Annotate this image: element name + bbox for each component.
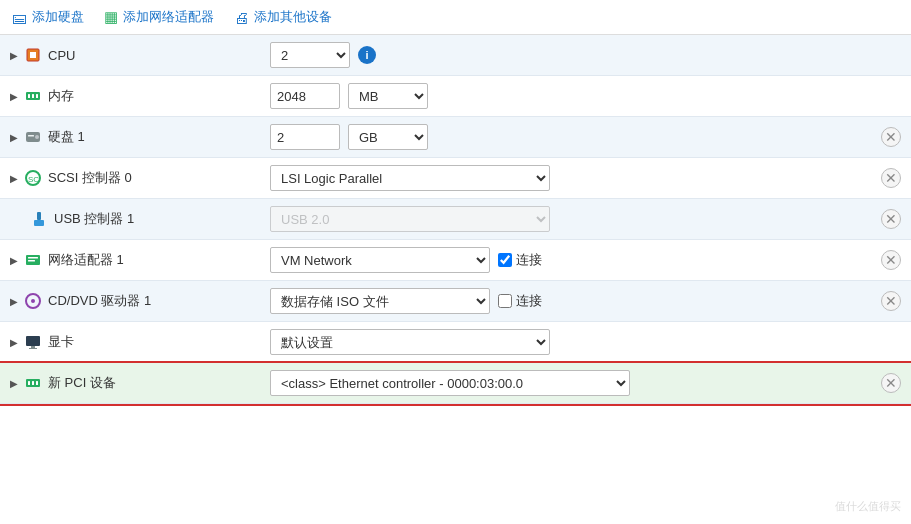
svg-text:SC: SC: [28, 175, 39, 184]
cddvd1-connect-checkbox[interactable]: [498, 294, 512, 308]
net1-remove-button[interactable]: ✕: [881, 250, 901, 270]
expand-arrow-cpu[interactable]: ▶: [10, 50, 18, 61]
expand-arrow-memory[interactable]: ▶: [10, 91, 18, 102]
display-icon: [24, 333, 42, 351]
row-remove-net1: ✕: [871, 240, 911, 281]
hdd1-remove-button[interactable]: ✕: [881, 127, 901, 147]
row-control-cddvd1: 数据存储 ISO 文件客户端设备主机设备连接: [260, 281, 871, 322]
cddvd1-connect-label[interactable]: 连接: [498, 292, 542, 310]
add-other-button[interactable]: 🖨 添加其他设备: [234, 8, 332, 26]
table-row: ▶内存MBGB: [0, 76, 911, 117]
row-control-usb1: USB 2.0USB 3.0: [260, 199, 871, 240]
expand-arrow-net1[interactable]: ▶: [10, 255, 18, 266]
net1-connect-text: 连接: [516, 251, 542, 269]
net1-connect-checkbox[interactable]: [498, 253, 512, 267]
row-control-net1: VM NetworkNATHost-onlyBridged连接: [260, 240, 871, 281]
row-control-display: 默认设置自定义: [260, 322, 871, 363]
row-control-scsi0: LSI Logic ParallelLSI Logic SASBusLogic: [260, 158, 871, 199]
table-row: ▶显卡默认设置自定义: [0, 322, 911, 363]
table-row: ▶新 PCI 设备<class> Ethernet controller - 0…: [0, 363, 911, 404]
row-label-net1: ▶网络适配器 1: [0, 240, 260, 281]
row-label-cpu: ▶CPU: [0, 35, 260, 76]
table-row: ▶硬盘 1MBGB✕: [0, 117, 911, 158]
row-remove-cddvd1: ✕: [871, 281, 911, 322]
hdd1-label: 硬盘 1: [48, 128, 85, 146]
svg-rect-8: [28, 135, 34, 137]
expand-arrow-cddvd1[interactable]: ▶: [10, 296, 18, 307]
svg-rect-23: [32, 381, 34, 385]
row-label-cddvd1: ▶CD/DVD 驱动器 1: [0, 281, 260, 322]
net1-icon: [24, 251, 42, 269]
row-remove-newpci: ✕: [871, 363, 911, 404]
row-label-usb1: USB 控制器 1: [0, 199, 260, 240]
hdd1-unit-select[interactable]: MBGB: [348, 124, 428, 150]
row-remove-display: [871, 322, 911, 363]
add-hdd-label: 添加硬盘: [32, 8, 84, 26]
cpu-info-icon[interactable]: i: [358, 46, 376, 64]
svg-rect-11: [37, 212, 41, 220]
net1-select[interactable]: VM NetworkNATHost-onlyBridged: [270, 247, 490, 273]
toolbar: 🖴 添加硬盘 ▦ 添加网络适配器 🖨 添加其他设备: [0, 0, 911, 35]
expand-arrow-newpci[interactable]: ▶: [10, 378, 18, 389]
memory-input[interactable]: [270, 83, 340, 109]
svg-rect-14: [28, 257, 38, 259]
add-hdd-button[interactable]: 🖴 添加硬盘: [12, 8, 84, 26]
expand-arrow-hdd1[interactable]: ▶: [10, 132, 18, 143]
svg-rect-3: [28, 94, 30, 98]
row-control-newpci: <class> Ethernet controller - 0000:03:00…: [260, 363, 871, 404]
other-toolbar-icon: 🖨: [234, 9, 249, 26]
net1-label: 网络适配器 1: [48, 251, 124, 269]
net1-connect-label[interactable]: 连接: [498, 251, 542, 269]
svg-rect-15: [28, 260, 35, 262]
cddvd1-label: CD/DVD 驱动器 1: [48, 292, 151, 310]
usb1-select[interactable]: USB 2.0USB 3.0: [270, 206, 550, 232]
expand-arrow-display[interactable]: ▶: [10, 337, 18, 348]
newpci-remove-button[interactable]: ✕: [881, 373, 901, 393]
cpu-label: CPU: [48, 48, 75, 63]
row-control-memory: MBGB: [260, 76, 871, 117]
cpu-select[interactable]: 1248: [270, 42, 350, 68]
hdd1-input[interactable]: [270, 124, 340, 150]
svg-rect-12: [34, 220, 44, 226]
cddvd1-icon: [24, 292, 42, 310]
add-net-label: 添加网络适配器: [123, 8, 214, 26]
svg-point-7: [35, 135, 39, 139]
table-row: ▶CPU1248i: [0, 35, 911, 76]
scsi0-select[interactable]: LSI Logic ParallelLSI Logic SASBusLogic: [270, 165, 550, 191]
scsi0-label: SCSI 控制器 0: [48, 169, 132, 187]
cddvd1-remove-button[interactable]: ✕: [881, 291, 901, 311]
expand-arrow-scsi0[interactable]: ▶: [10, 173, 18, 184]
hardware-table: ▶CPU1248i▶内存MBGB▶硬盘 1MBGB✕▶SCSCSI 控制器 0L…: [0, 35, 911, 404]
row-remove-usb1: ✕: [871, 199, 911, 240]
watermark: 值什么值得买: [835, 499, 901, 514]
svg-rect-1: [30, 52, 36, 58]
row-remove-hdd1: ✕: [871, 117, 911, 158]
scsi0-icon: SC: [24, 169, 42, 187]
row-remove-scsi0: ✕: [871, 158, 911, 199]
display-label: 显卡: [48, 333, 74, 351]
row-label-display: ▶显卡: [0, 322, 260, 363]
newpci-select[interactable]: <class> Ethernet controller - 0000:03:00…: [270, 370, 630, 396]
scsi0-remove-button[interactable]: ✕: [881, 168, 901, 188]
newpci-icon: [24, 374, 42, 392]
hdd1-icon: [24, 128, 42, 146]
memory-unit-select[interactable]: MBGB: [348, 83, 428, 109]
row-label-scsi0: ▶SCSCSI 控制器 0: [0, 158, 260, 199]
svg-rect-19: [31, 346, 35, 348]
table-row: ▶SCSCSI 控制器 0LSI Logic ParallelLSI Logic…: [0, 158, 911, 199]
svg-rect-18: [26, 336, 40, 346]
usb1-label: USB 控制器 1: [54, 210, 134, 228]
table-row: ▶网络适配器 1VM NetworkNATHost-onlyBridged连接✕: [0, 240, 911, 281]
net-toolbar-icon: ▦: [104, 8, 118, 26]
cddvd1-select[interactable]: 数据存储 ISO 文件客户端设备主机设备: [270, 288, 490, 314]
display-select[interactable]: 默认设置自定义: [270, 329, 550, 355]
usb1-remove-button[interactable]: ✕: [881, 209, 901, 229]
row-remove-cpu: [871, 35, 911, 76]
add-network-button[interactable]: ▦ 添加网络适配器: [104, 8, 214, 26]
newpci-label: 新 PCI 设备: [48, 374, 116, 392]
table-row: ▶CD/DVD 驱动器 1数据存储 ISO 文件客户端设备主机设备连接✕: [0, 281, 911, 322]
svg-rect-22: [28, 381, 30, 385]
svg-point-17: [31, 299, 35, 303]
svg-rect-20: [29, 348, 37, 349]
svg-rect-4: [32, 94, 34, 98]
